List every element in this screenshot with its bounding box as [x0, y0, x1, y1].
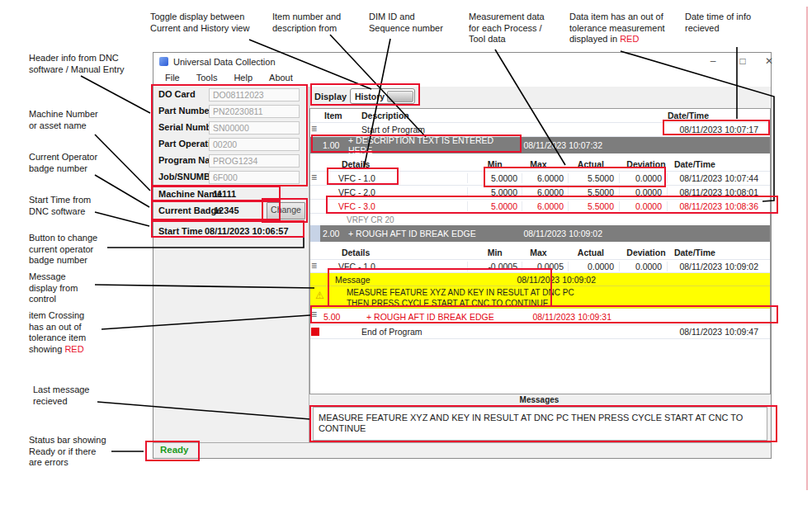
status-ready-text: Ready [160, 445, 189, 455]
col-deviation: Deviation [626, 159, 674, 169]
row5-item: 5.00 [320, 312, 348, 322]
vfc2-deviation: 0.0000 [619, 187, 667, 197]
group1-description: + DESCRIPTION TEXT IS ENTERED HERE [348, 135, 511, 155]
row-handle-icon[interactable] [310, 309, 320, 324]
display-toggle[interactable]: History [350, 88, 415, 104]
col-actual: Actual [576, 159, 627, 169]
serial-number-field[interactable]: SN00000 [209, 121, 300, 135]
col-max: Max [530, 248, 576, 257]
menu-about[interactable]: About [261, 70, 301, 87]
menu-tools[interactable]: Tools [188, 70, 226, 87]
col-actual: Actual [576, 248, 627, 257]
row-vfc-1[interactable]: VFC - 1.0 5.0000 6.0000 5.5000 0.0000 08… [310, 172, 770, 186]
row-start-datetime: 08/11/2023 10:07:17 [667, 125, 763, 135]
vfc4-name: VFC - 1.0 [320, 262, 467, 271]
row-vfc-3-out-of-tolerance[interactable]: VFC - 3.0 5.0000 6.0000 5.5000 0.0000 08… [310, 200, 770, 214]
vfc1-max: 6.0000 [522, 173, 568, 183]
current-badge-value: 12345 [214, 205, 239, 215]
annotation-change-button: Button to changecurrent operatorbadge nu… [29, 233, 97, 267]
menu-file[interactable]: File [157, 70, 188, 87]
maximize-icon[interactable]: □ [729, 53, 756, 70]
vfc2-actual: 5.5000 [568, 187, 619, 197]
window-title: Universal Data Collection [173, 57, 276, 67]
row-vfc-2[interactable]: VFC - 2.0 5.0000 6.0000 5.5000 0.0000 08… [310, 186, 770, 200]
vfc1-actual: 5.5000 [568, 173, 619, 183]
warning-icon [315, 290, 324, 300]
page: Universal Data Collection – □ ✕ File Too… [0, 0, 812, 505]
vfc3-deviation: 0.0000 [619, 201, 667, 211]
col-detail-datetime: Date/Time [674, 248, 770, 257]
annotation-out-of-tolerance: Data item has an out of tolerance measur… [569, 12, 665, 45]
display-toggle-label: History [351, 92, 387, 101]
messages-section-title: Messages [309, 395, 769, 404]
table-header-row: Item Description Date/Time [310, 109, 770, 123]
vfc3-min: 5.0000 [467, 201, 522, 211]
annotation-item-crossing: item Crossing has an out of tolerance it… [29, 310, 86, 355]
app-window: Universal Data Collection – □ ✕ File Too… [153, 52, 772, 459]
message-row-label: Message [310, 275, 504, 285]
minimize-icon[interactable]: – [700, 53, 726, 70]
group2-description: + ROUGH AFT ID BREAK EDGE [348, 229, 511, 238]
col-datetime: Date/Time [667, 111, 763, 120]
red-square-icon [311, 328, 319, 336]
start-time-value: 08/11/2023 10:06:57 [205, 226, 289, 236]
annotation-item-number: Item number anddescription from [272, 12, 341, 34]
col-min: Min [476, 159, 531, 169]
row-end-description: End of Program [358, 327, 467, 337]
group2-datetime: 08/11/2023 10:09:02 [511, 229, 607, 238]
status-divider [198, 445, 199, 455]
data-table: Item Description Date/Time Start of Prog… [309, 108, 771, 394]
vfc1-min: 5.0000 [467, 173, 522, 183]
display-bar: Display History [309, 87, 771, 107]
row-5-out-of-tolerance[interactable]: 5.00 + ROUGH AFT ID BREAK EDGE 08/11/202… [310, 309, 770, 325]
menu-help[interactable]: Help [225, 70, 261, 87]
status-bar: Ready [153, 442, 771, 458]
page-edge-line [806, 7, 808, 490]
col-description: Description [358, 111, 467, 120]
row-message-text: MEASURE FEATURE XYZ AND KEY IN RESULT AT… [310, 286, 770, 309]
vfc1-deviation: 0.0000 [619, 173, 667, 183]
vfc4-datetime: 08/11/2023 10:09:02 [667, 262, 763, 271]
menu-bar: File Tools Help About [153, 70, 771, 87]
col-max: Max [530, 159, 576, 169]
annotation-last-message: Last messagerecieved [33, 385, 89, 407]
col-detail-datetime: Date/Time [674, 159, 770, 169]
annotation-header-info: Header info from DNCsoftware / Manual En… [29, 53, 125, 75]
row-group-1[interactable]: 1.00 + DESCRIPTION TEXT IS ENTERED HERE … [310, 137, 770, 153]
col-min: Min [476, 248, 531, 257]
row-handle-icon[interactable] [310, 172, 320, 185]
row-end-of-program[interactable]: End of Program 08/11/2023 10:09:47 [310, 325, 770, 339]
message-line-2: THEN PRESS CYCLE START AT CNC TO CONTINU… [347, 299, 574, 309]
vfc4-actual: 0.0000 [568, 262, 619, 271]
row-end-datetime: 08/11/2023 10:09:47 [667, 327, 763, 337]
program-name-field[interactable]: PROG1234 [209, 154, 300, 168]
row-vfc-1-group2[interactable]: VFC - 1.0 -0.0005 0.0005 0.0000 0.0000 0… [310, 260, 770, 273]
header-panel: DO Card DO08112023 Part Number PN2023081… [153, 87, 309, 443]
change-badge-button[interactable]: Change [267, 202, 305, 219]
do-card-field[interactable]: DO08112023 [209, 88, 300, 101]
job-snumb-label: Job/SNUMB [158, 172, 210, 182]
row-handle-icon[interactable] [310, 123, 320, 136]
close-icon[interactable]: ✕ [756, 53, 782, 70]
job-snumb-field[interactable]: 6F000 [209, 171, 300, 184]
do-card-label: DO Card [158, 89, 196, 99]
annotation-date-time-info: Date time of inforecieved [685, 12, 751, 34]
vfc3-max: 6.0000 [522, 201, 568, 211]
part-operation-field[interactable]: 00200 [209, 138, 300, 151]
row-start-description: Start of Program [358, 125, 467, 135]
vfc3-actual: 5.5000 [568, 201, 619, 211]
detail-header-1: Details Min Max Actual Deviation Date/Ti… [310, 153, 770, 172]
vfc1-name: VFC - 1.0 [320, 173, 467, 183]
toggle-knob[interactable] [387, 91, 413, 102]
annotation-measurement: Measurement datafor each Process /Tool d… [469, 12, 545, 45]
vfc4-max: 0.0005 [522, 262, 568, 271]
row5-description: + ROUGH AFT ID BREAK EDGE [348, 312, 520, 322]
row-message[interactable]: Message 08/11/2023 10:09:02 [310, 273, 770, 286]
vfc2-name: VFC - 2.0 [320, 187, 467, 197]
part-number-field[interactable]: PN20230811 [209, 105, 300, 118]
message-line-1: MEASURE FEATURE XYZ AND KEY IN RESULT AT… [347, 288, 574, 299]
row-group-2[interactable]: 2.00 + ROUGH AFT ID BREAK EDGE 08/11/202… [310, 225, 770, 242]
vfc3-name: VFC - 3.0 [320, 201, 467, 211]
row-handle-icon[interactable] [310, 260, 320, 272]
col-deviation: Deviation [626, 248, 674, 257]
